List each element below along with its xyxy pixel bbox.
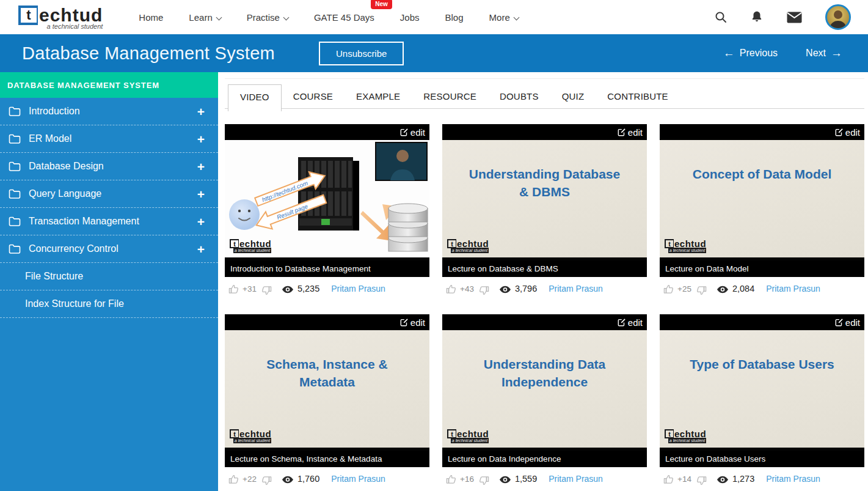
edit-label: edit	[628, 317, 643, 328]
thumbs-up-icon[interactable]	[663, 474, 674, 484]
views-eye-icon	[500, 286, 511, 293]
video-card: edit Understanding Data Independence t e…	[442, 314, 647, 489]
edit-button[interactable]: edit	[618, 317, 643, 328]
nav-item-more[interactable]: More	[476, 6, 531, 29]
tab-course[interactable]: COURSE	[282, 84, 345, 108]
techtud-logo[interactable]: t echtud a technical student	[18, 5, 103, 30]
view-count: 3,796	[515, 284, 537, 293]
like-count: +25	[677, 284, 691, 293]
expand-plus-icon[interactable]: +	[197, 105, 205, 118]
sidebar-item-label: Index Structure for File	[25, 298, 124, 309]
author-link[interactable]: Pritam Prasun	[549, 284, 603, 293]
pager: ← Previous Next →	[723, 46, 850, 60]
video-thumbnail[interactable]: Schema, Instance & Metadata t echtud a t…	[225, 330, 429, 451]
folder-icon	[9, 189, 21, 199]
nav-item-home[interactable]: Home	[126, 6, 176, 29]
thumbs-up-icon[interactable]	[446, 474, 456, 484]
nav-item-label: GATE 45 Days	[314, 12, 374, 23]
previous-link[interactable]: ← Previous	[723, 46, 778, 60]
video-thumbnail[interactable]: Type of Database Users t echtud a techni…	[660, 330, 864, 451]
thumbs-down-icon[interactable]	[696, 476, 707, 486]
thumbs-down-icon[interactable]	[479, 286, 489, 296]
logo-tagline: a technical student	[451, 248, 489, 253]
sidebar-item-transaction-management[interactable]: Transaction Management+	[0, 208, 218, 235]
thumbs-up-icon[interactable]	[228, 474, 239, 484]
edit-button[interactable]: edit	[835, 127, 860, 138]
arrow-left-icon: ←	[723, 46, 735, 60]
edit-button[interactable]: edit	[835, 317, 860, 328]
edit-button[interactable]: edit	[400, 127, 425, 138]
tab-quiz[interactable]: QUIZ	[550, 84, 596, 108]
edit-button[interactable]: edit	[618, 127, 643, 138]
course-header: Database Management System Unsubscribe ←…	[0, 34, 868, 72]
video-thumbnail[interactable]: Concept of Data Model t echtud a technic…	[660, 140, 864, 260]
video-title-bar: Lecture on Data Independence	[442, 451, 647, 467]
thumbs-up-icon[interactable]	[663, 284, 674, 294]
video-stats: +16 1,559 Pritam Prasun	[442, 467, 647, 489]
expand-plus-icon[interactable]: +	[197, 243, 205, 256]
like-count: +31	[243, 284, 257, 293]
video-thumbnail[interactable]: Understanding Data Independence t echtud…	[442, 330, 647, 451]
thumbs-up-icon[interactable]	[228, 284, 239, 294]
expand-plus-icon[interactable]: +	[197, 215, 205, 228]
nav-item-label: Learn	[189, 12, 212, 23]
nav-item-blog[interactable]: Blog	[432, 6, 476, 29]
mail-icon[interactable]	[787, 12, 802, 23]
folder-icon	[9, 134, 21, 144]
author-link[interactable]: Pritam Prasun	[331, 284, 385, 293]
sidebar-item-file-structure[interactable]: File Structure	[0, 263, 218, 290]
sidebar-item-er-model[interactable]: ER Model+	[0, 125, 218, 153]
expand-plus-icon[interactable]: +	[197, 188, 205, 201]
thumbs-down-icon[interactable]	[479, 476, 489, 486]
thumbs-up-icon[interactable]	[446, 284, 456, 294]
bell-icon[interactable]	[750, 10, 764, 24]
folder-icon	[9, 106, 21, 116]
logo-bracket-icon: t	[665, 429, 674, 438]
sidebar-item-index-structure-for-file[interactable]: Index Structure for File	[0, 290, 218, 318]
tab-contribute[interactable]: CONTRIBUTE	[596, 84, 680, 108]
thumbs-down-icon[interactable]	[261, 476, 272, 486]
user-avatar[interactable]	[825, 4, 851, 30]
thumbs-down-icon[interactable]	[696, 286, 707, 296]
edit-label: edit	[628, 127, 643, 138]
video-thumbnail[interactable]: Understanding Database & DBMS t echtud a…	[442, 140, 647, 260]
tab-example[interactable]: EXAMPLE	[345, 84, 412, 108]
sidebar-item-database-design[interactable]: Database Design+	[0, 153, 218, 180]
nav-item-label: Practise	[247, 12, 280, 23]
author-link[interactable]: Pritam Prasun	[766, 284, 820, 293]
edit-button[interactable]: edit	[400, 317, 425, 328]
thumbnail-headline: Understanding Database & DBMS	[442, 166, 647, 201]
sidebar-item-concurrency-control[interactable]: Concurrency Control+	[0, 235, 218, 263]
webcam-inset	[376, 142, 427, 180]
view-count: 5,235	[297, 284, 319, 293]
logo-tagline: a technical student	[668, 248, 706, 253]
user-smiley-icon	[229, 199, 260, 230]
author-link[interactable]: Pritam Prasun	[331, 474, 385, 484]
thumbs-down-icon[interactable]	[261, 286, 272, 296]
nav-item-label: More	[489, 12, 510, 23]
unsubscribe-button[interactable]: Unsubscribe	[319, 42, 404, 65]
expand-plus-icon[interactable]: +	[197, 133, 205, 146]
nav-item-jobs[interactable]: Jobs	[387, 6, 432, 29]
author-link[interactable]: Pritam Prasun	[766, 474, 820, 484]
nav-item-practise[interactable]: Practise	[234, 6, 301, 29]
tab-doubts[interactable]: DOUBTS	[488, 84, 550, 108]
expand-plus-icon[interactable]: +	[197, 160, 205, 173]
video-title: Lecture on Data Model	[665, 264, 749, 273]
video-card: edit Schema, Instance & Metadata t echtu…	[225, 314, 429, 489]
views-eye-icon	[282, 476, 293, 484]
video-thumbnail[interactable]: http://techtud.com Result page t echtud	[225, 140, 429, 260]
server-icon	[298, 157, 359, 231]
nav-item-gate-45-days[interactable]: GATE 45 DaysNew	[301, 6, 387, 29]
tab-resource[interactable]: RESOURCE	[412, 84, 488, 108]
tab-video[interactable]: VIDEO	[228, 84, 282, 111]
author-link[interactable]: Pritam Prasun	[549, 474, 603, 484]
views-eye-icon	[717, 476, 728, 484]
next-link[interactable]: Next →	[806, 46, 842, 60]
search-icon[interactable]	[715, 11, 727, 23]
sidebar-item-query-language[interactable]: Query Language+	[0, 180, 218, 208]
sidebar-item-introduction[interactable]: Introduction+	[0, 98, 218, 125]
logo-tagline: a technical student	[451, 438, 489, 443]
chevron-down-icon	[216, 14, 222, 20]
nav-item-learn[interactable]: Learn	[176, 6, 233, 29]
